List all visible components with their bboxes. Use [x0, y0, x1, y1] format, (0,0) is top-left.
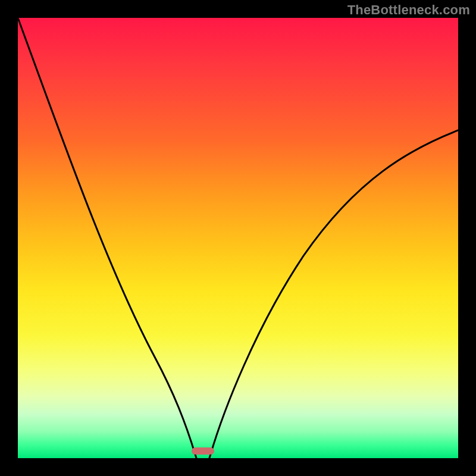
plot-area [18, 18, 458, 458]
chart-frame: TheBottleneck.com [0, 0, 476, 476]
min-marker [192, 447, 214, 455]
curve-right-branch [209, 130, 458, 458]
watermark-text: TheBottleneck.com [347, 2, 470, 18]
bottleneck-curve [18, 18, 458, 458]
curve-left-branch [18, 18, 196, 458]
